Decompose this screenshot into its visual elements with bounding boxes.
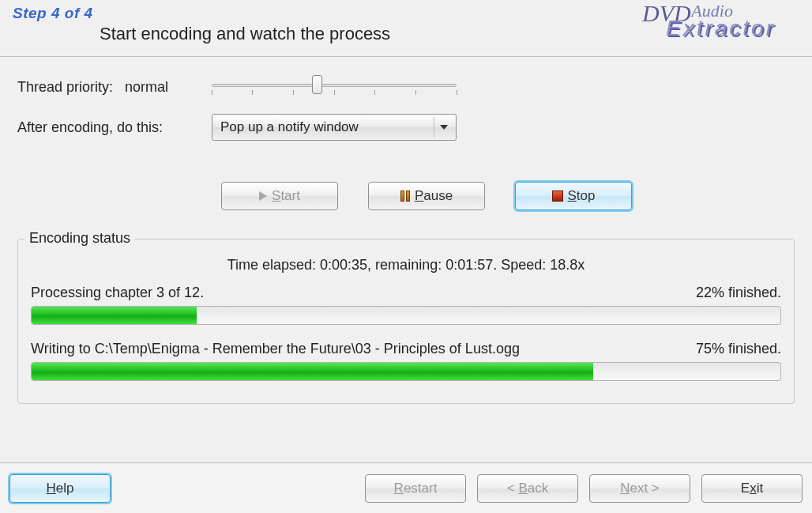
slider-tick (374, 90, 375, 95)
wizard-footer: Help Restart < Back Next > Exit (0, 462, 812, 513)
time-status-line: Time elapsed: 0:00:35, remaining: 0:01:5… (31, 257, 781, 273)
play-icon (259, 191, 267, 201)
app-logo: DVD Audio Extractor (642, 2, 776, 40)
overall-progress-bar (31, 306, 781, 325)
slider-tick (334, 90, 335, 95)
pause-button[interactable]: Pause (368, 182, 485, 210)
thread-priority-value: normal (125, 79, 168, 95)
file-progress-percent: 75% finished. (696, 341, 781, 357)
slider-tick (293, 90, 294, 95)
thread-priority-row: Thread priority: normal (17, 76, 795, 98)
after-encoding-selected: Pop up a notify window (220, 119, 359, 135)
after-encoding-row: After encoding, do this: Pop up a notify… (17, 114, 795, 141)
overall-progress-percent: 22% finished. (696, 285, 781, 301)
slider-track (212, 84, 457, 87)
overall-progress-label: Processing chapter 3 of 12. (31, 285, 204, 301)
wizard-header: Step 4 of 4 Start encoding and watch the… (0, 0, 812, 57)
thread-priority-label-text: Thread priority: (17, 79, 113, 95)
restart-button: Restart (365, 474, 466, 503)
after-encoding-dropdown[interactable]: Pop up a notify window (212, 114, 457, 141)
file-progress-fill (32, 363, 593, 380)
wizard-content: Thread priority: normal After encoding, … (0, 57, 812, 412)
file-progress-label: Writing to C:\Temp\Enigma - Remember the… (31, 341, 520, 357)
dropdown-caret-button[interactable] (434, 117, 453, 138)
page-title: Start encoding and watch the process (100, 24, 390, 44)
stop-accel: S (568, 188, 577, 203)
slider-tick (212, 90, 212, 95)
exit-button[interactable]: Exit (701, 474, 803, 503)
stop-icon (552, 190, 563, 202)
thread-priority-slider[interactable] (212, 76, 457, 98)
help-button[interactable]: Help (9, 474, 111, 503)
encoding-status-group: Encoding status Time elapsed: 0:00:35, r… (17, 239, 795, 404)
overall-progress-block: Processing chapter 3 of 12. 22% finished… (31, 285, 781, 325)
start-accel: S (272, 188, 280, 203)
encoding-controls: Start Pause Stop (221, 182, 795, 210)
start-button: Start (221, 182, 338, 210)
group-title: Encoding status (24, 230, 135, 247)
slider-tick (252, 90, 253, 95)
after-encoding-label: After encoding, do this: (17, 119, 212, 136)
back-button: < Back (477, 474, 578, 503)
pause-accel: P (415, 188, 423, 203)
chevron-down-icon (440, 125, 448, 130)
overall-progress-fill (32, 307, 197, 324)
step-indicator: Step 4 of 4 (13, 5, 93, 22)
pause-icon (400, 190, 410, 202)
slider-tick (457, 90, 457, 95)
stop-button[interactable]: Stop (515, 182, 632, 210)
slider-thumb[interactable] (312, 75, 322, 94)
file-progress-block: Writing to C:\Temp\Enigma - Remember the… (31, 341, 781, 381)
logo-extractor-text: Extractor (666, 17, 776, 40)
slider-tick (415, 90, 416, 95)
thread-priority-label: Thread priority: normal (17, 79, 212, 96)
file-progress-bar (31, 362, 781, 381)
next-button: Next > (589, 474, 690, 503)
